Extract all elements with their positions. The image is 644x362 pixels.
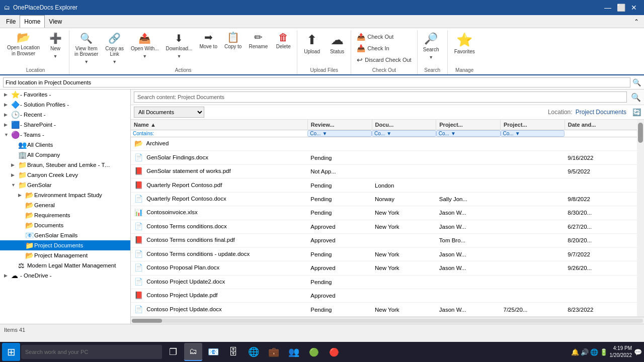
close-btn[interactable]: ✕	[628, 2, 640, 13]
chip-project1-btn[interactable]: ▼	[451, 131, 456, 136]
upload-btn[interactable]: ⬆ Upload	[299, 30, 325, 56]
table-row[interactable]: 📄 GenSolar Findings.docx Pending 9/16/20…	[131, 151, 637, 164]
move-to-btn[interactable]: ➡ Move to	[196, 30, 220, 52]
sidebar-item-sharepoint[interactable]: ▶ 🟦 - SharePoint -	[0, 120, 130, 130]
table-row[interactable]: 📄 Contoso Proposal Plan.docx Approved Ne…	[131, 261, 637, 275]
sidebar-item-canyon-creek[interactable]: ▶ 📁 Canyon Creek Levy	[0, 170, 130, 180]
favorites-btn[interactable]: ⭐ Favorites	[450, 30, 479, 56]
cell-project1	[436, 289, 501, 302]
table-row[interactable]: 📄 Quarterly Report Contoso.docx Pending …	[131, 192, 637, 206]
col-project1-header[interactable]: Project...	[436, 120, 501, 130]
cell-project1	[436, 275, 501, 289]
col-docu-header[interactable]: Docu...	[372, 120, 436, 130]
sidebar-item-favorites[interactable]: ▶ ⭐ - Favorites -	[0, 89, 130, 100]
minimize-btn[interactable]: —	[602, 2, 614, 13]
location-input[interactable]	[3, 77, 630, 87]
table-row[interactable]: 📊 Contosoinvoice.xlsx Pending New York J…	[131, 206, 637, 220]
sp-label: - SharePoint -	[20, 122, 56, 128]
chip-review-btn[interactable]: ▼	[322, 131, 327, 136]
ribbon-group-upload-items: ⬆ Upload ☁ Status	[299, 30, 349, 66]
sidebar-item-modern-legal[interactable]: ⚖ Modern Legal Matter Management	[0, 260, 130, 270]
chip-docu-btn[interactable]: ▼	[386, 131, 391, 136]
copy-to-btn[interactable]: 📋 Copy to	[221, 30, 245, 52]
sidebar-item-recent[interactable]: ▶ 🕒 - Recent -	[0, 110, 130, 120]
sidebar-item-braun[interactable]: ▶ 📁 Braun, Steuber and Lemke - Terrarium…	[0, 160, 130, 170]
table-row[interactable]: 📕 GenSolar statement of works.pdf Not Ap…	[131, 164, 637, 178]
col-project2-header[interactable]: Project...	[501, 120, 565, 130]
open-with-arrow[interactable]: ▼	[128, 53, 162, 59]
table-row[interactable]: 📕 Quarterly Report Contoso.pdf Pending L…	[131, 178, 637, 192]
menu-view[interactable]: View	[45, 15, 66, 28]
download-arrow[interactable]: ▼	[163, 53, 196, 59]
h-scroll-track[interactable]	[132, 319, 643, 323]
view-item-btn[interactable]: 🔍 View Itemin Browser	[71, 30, 101, 59]
maximize-btn[interactable]: ⬜	[615, 2, 627, 13]
table-row[interactable]: 📄 Contoso Project Update2.docx Pending	[131, 275, 637, 289]
sidebar-item-general[interactable]: 📂 General	[0, 200, 130, 210]
delete-btn[interactable]: 🗑 Delete	[272, 30, 295, 52]
copy-as-link-arrow[interactable]: ▼	[102, 59, 127, 65]
view-dropdown[interactable]: All Documents My Documents Recent Docume…	[134, 107, 204, 118]
table-row[interactable]: 📄 Contoso Project Update.docx Pending Ne…	[131, 303, 637, 317]
sidebar-item-project-documents[interactable]: 📁 Project Documents	[0, 240, 130, 250]
view-item-arrow[interactable]: ▼	[71, 59, 101, 65]
content-search-input[interactable]	[134, 92, 627, 103]
menu-home[interactable]: Home	[20, 15, 45, 28]
recent-label: - Recent -	[20, 112, 46, 118]
scrollbar-thumb[interactable]	[638, 123, 643, 143]
new-btn[interactable]: ➕ New	[44, 30, 67, 53]
col-date-header[interactable]: Date and...	[565, 120, 637, 130]
sidebar-item-teams[interactable]: ▼ 🟣 - Teams -	[0, 130, 130, 140]
new-dropdown-arrow[interactable]: ▼	[44, 53, 67, 59]
table-row[interactable]: 📂 Archived	[131, 137, 637, 151]
sidebar-item-requirements[interactable]: 📂 Requirements	[0, 210, 130, 220]
favorites-icon: ⭐	[456, 32, 472, 48]
refresh-btn[interactable]: 🔄	[632, 108, 641, 116]
table-row[interactable]: 📄 Contoso Terms conditions - update.docx…	[131, 247, 637, 261]
ribbon-group-checkout: 📤 Check Out 📥 Check In ↩ Discard Check O…	[351, 30, 417, 74]
download-btn[interactable]: ⬇ Download...	[163, 30, 196, 53]
sidebar-item-onedrive[interactable]: ▶ ☁ - OneDrive -	[0, 270, 130, 281]
h-scroll-thumb[interactable]	[132, 319, 162, 323]
check-in-btn[interactable]: 📥 Check In	[353, 43, 415, 54]
search-ribbon-btn[interactable]: 🔎 Search	[420, 30, 443, 54]
table-row[interactable]: 📕 Contoso Terms conditions final.pdf App…	[131, 234, 637, 247]
col-review-header[interactable]: Review...	[307, 120, 372, 130]
sidebar-item-documents[interactable]: 📂 Documents	[0, 220, 130, 230]
check-out-btn[interactable]: 📤 Check Out	[353, 31, 415, 42]
copy-as-link-btn[interactable]: 🔗 Copy asLink	[102, 30, 127, 59]
gensolar-icon: 📁	[18, 181, 27, 189]
modern-legal-label: Modern Legal Matter Management	[27, 262, 116, 268]
vertical-scrollbar[interactable]	[637, 120, 644, 317]
sidebar-item-solution-profiles[interactable]: ▶ 🔷 - Solution Profiles -	[0, 100, 130, 110]
discard-checkout-btn[interactable]: ↩ Discard Check Out	[353, 54, 415, 65]
content-search-btn[interactable]: 🔍	[631, 93, 641, 102]
file-type-icon: 📄	[134, 153, 143, 162]
cell-project2	[501, 151, 565, 164]
location-search-icon[interactable]: 🔍	[632, 78, 641, 86]
sidebar-item-environment-impact[interactable]: ▶ 📂 Environment Impact Study	[0, 190, 130, 200]
open-location-btn[interactable]: 📂 Open Locationin Browser	[4, 30, 43, 59]
cell-review: Approved	[307, 261, 372, 275]
col-name-header[interactable]: Name ▲	[131, 120, 307, 130]
file-name: Quarterly Report Contoso.docx	[146, 196, 226, 202]
discard-checkout-icon: ↩	[357, 56, 363, 64]
table-row[interactable]: 📄 Contoso Terms conditions.docx Approved…	[131, 220, 637, 233]
table-row[interactable]: 📕 Contoso Project Update.pdf Approved	[131, 289, 637, 302]
search-ribbon-arrow[interactable]: ▼	[420, 54, 443, 60]
sidebar-item-all-clients[interactable]: 👥 All Clients	[0, 140, 130, 150]
rename-btn[interactable]: ✏ Rename	[246, 30, 271, 52]
menu-file[interactable]: File	[2, 15, 20, 28]
file-type-icon: 📊	[134, 208, 143, 217]
ribbon-collapse-btn[interactable]: ⌃	[631, 17, 642, 26]
sidebar-item-project-management[interactable]: 📂 Project Management	[0, 250, 130, 260]
chip-project2-btn[interactable]: ▼	[515, 131, 520, 136]
cell-name: 📕 Quarterly Report Contoso.pdf	[131, 178, 307, 192]
sidebar-item-all-company[interactable]: 🏢 All Company	[0, 150, 130, 160]
open-with-btn[interactable]: 📤 Open With...	[128, 30, 162, 53]
status-btn[interactable]: ☁ Status	[326, 30, 349, 56]
cell-name: 📄 Contoso Project Update.docx	[131, 303, 307, 317]
sidebar-item-gensolar[interactable]: ▼ 📁 GenSolar	[0, 180, 130, 190]
sidebar-item-gensolar-emails[interactable]: 📧 GenSolar Emails	[0, 230, 130, 240]
upload-label: Upload	[304, 49, 320, 54]
